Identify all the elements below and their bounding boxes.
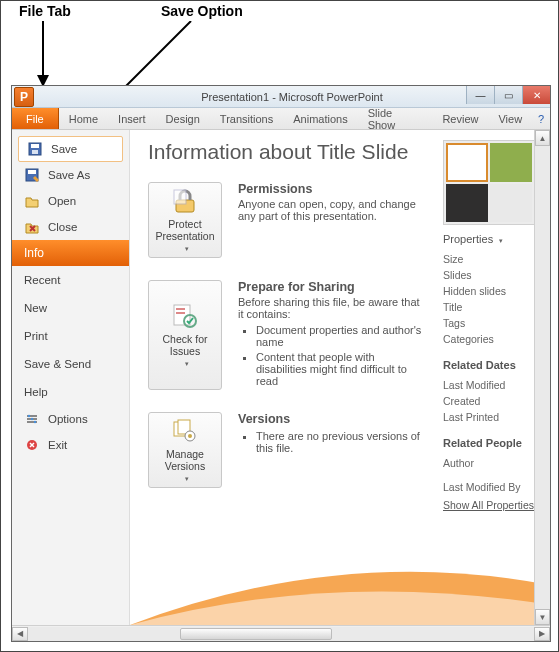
prop-row: Tags [443,315,538,331]
page-title: Information about Title Slide [148,140,425,164]
sidebar-label: Close [48,221,77,233]
sidebar-label: Save As [48,169,90,181]
svg-rect-24 [176,312,185,314]
powerpoint-icon: P [14,87,34,107]
sidebar-item-print[interactable]: Print [12,322,129,350]
scroll-thumb[interactable] [180,628,332,640]
scroll-track[interactable] [28,627,534,641]
section-desc: Before sharing this file, be aware that … [238,296,425,320]
sidebar-item-save-as[interactable]: Save As [12,162,129,188]
tab-insert[interactable]: Insert [108,108,156,129]
sidebar-label: Exit [48,439,67,451]
svg-rect-23 [176,308,185,310]
tab-design[interactable]: Design [156,108,210,129]
thumbnail[interactable] [446,184,488,223]
people-list: Author [443,455,538,471]
ribbon-tabs: File Home Insert Design Transitions Anim… [12,108,550,130]
help-icon[interactable]: ? [532,108,550,129]
sidebar-item-save-send[interactable]: Save & Send [12,350,129,378]
list-item: There are no previous versions of this f… [256,430,425,454]
lock-icon [170,187,200,215]
exit-icon [24,437,40,453]
thumbnail[interactable] [490,143,532,182]
file-tab[interactable]: File [12,108,59,129]
sidebar-item-options[interactable]: Options [12,406,129,432]
manage-versions-button[interactable]: Manage Versions▾ [148,412,222,488]
prop-row: Created [443,393,538,409]
button-label: Check for Issues [151,333,219,357]
scroll-left-button[interactable]: ◀ [12,627,28,641]
sidebar-label: Save [51,143,77,155]
tab-slideshow[interactable]: Slide Show [358,108,433,129]
permissions-section: Protect Presentation▾ Permissions Anyone… [148,182,425,258]
section-heading: Versions [238,412,425,426]
sidebar-item-open[interactable]: Open [12,188,129,214]
title-bar: P Presentation1 - Microsoft PowerPoint —… [12,86,550,108]
properties-dropdown[interactable]: Properties ▾ [443,233,538,245]
prop-row: Last Printed [443,409,538,425]
sidebar-item-recent[interactable]: Recent [12,266,129,294]
info-panel: Information about Title Slide Protect Pr… [130,130,550,625]
sidebar-item-new[interactable]: New [12,294,129,322]
sidebar-item-exit[interactable]: Exit [12,432,129,458]
sidebar-item-save[interactable]: Save [18,136,123,162]
sidebar-item-close[interactable]: Close [12,214,129,240]
minimize-button[interactable]: — [466,86,494,104]
list-item: Document properties and author's name [256,324,425,348]
save-as-icon [24,167,40,183]
versions-icon [170,417,200,445]
button-label: Protect Presentation [151,218,219,242]
dropdown-caret-icon: ▾ [185,245,189,253]
maximize-button[interactable]: ▭ [494,86,522,104]
section-heading: Prepare for Sharing [238,280,425,294]
list-item: Content that people with disabilities mi… [256,351,425,387]
slide-thumbnails [443,140,535,225]
svg-rect-21 [174,190,186,204]
protect-presentation-button[interactable]: Protect Presentation▾ [148,182,222,258]
prop-row: Categories [443,331,538,347]
sidebar-item-info[interactable]: Info [12,240,129,266]
scroll-up-button[interactable]: ▲ [535,130,550,146]
prop-row: Slides [443,267,538,283]
thumbnail[interactable] [446,143,488,182]
annotation-file-tab: File Tab [19,3,71,19]
properties-pane: Properties ▾ Size Slides Hidden slides T… [443,140,538,621]
check-issues-button[interactable]: Check for Issues▾ [148,280,222,390]
svg-point-15 [31,418,33,420]
sidebar-item-help[interactable]: Help [12,378,129,406]
tab-transitions[interactable]: Transitions [210,108,283,129]
svg-rect-8 [28,170,36,174]
app-window: P Presentation1 - Microsoft PowerPoint —… [11,85,551,642]
svg-point-14 [28,415,30,417]
tab-review[interactable]: Review [432,108,488,129]
sidebar-label: Options [48,413,88,425]
scroll-down-button[interactable]: ▼ [535,609,550,625]
annotation-save-option: Save Option [161,3,243,19]
annotation-arrow-file [31,21,61,91]
vertical-scrollbar[interactable]: ▲ ▼ [534,130,550,625]
thumbnail[interactable] [490,184,532,223]
open-icon [24,193,40,209]
prop-row: Last Modified [443,377,538,393]
section-desc: Anyone can open, copy, and change any pa… [238,198,425,222]
prop-row: Size [443,251,538,267]
last-modified-by: Last Modified By [443,481,538,493]
save-icon [27,141,43,157]
scroll-track[interactable] [535,146,550,609]
options-icon [24,411,40,427]
horizontal-scrollbar[interactable]: ◀ ▶ [12,625,550,641]
close-button[interactable]: ✕ [522,86,550,104]
section-heading: Permissions [238,182,425,196]
dropdown-caret-icon: ▾ [185,360,189,368]
properties-list: Size Slides Hidden slides Title Tags Cat… [443,251,538,347]
dates-list: Last Modified Created Last Printed [443,377,538,425]
related-dates-heading: Related Dates [443,359,538,371]
versions-section: Manage Versions▾ Versions There are no p… [148,412,425,488]
tab-home[interactable]: Home [59,108,108,129]
tab-view[interactable]: View [488,108,532,129]
prepare-section: Check for Issues▾ Prepare for Sharing Be… [148,280,425,390]
prop-row: Author [443,455,538,471]
scroll-right-button[interactable]: ▶ [534,627,550,641]
tab-animations[interactable]: Animations [283,108,357,129]
show-all-properties-link[interactable]: Show All Properties [443,499,538,511]
